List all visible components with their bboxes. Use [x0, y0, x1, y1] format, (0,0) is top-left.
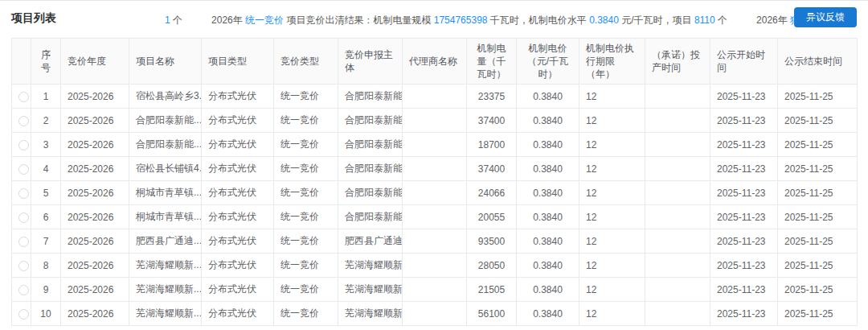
cell-project-type: 分布式光伏	[202, 109, 274, 133]
cell-applicant: 芜湖海耀顺新...	[338, 278, 403, 302]
cell-term: 12	[579, 181, 645, 205]
column-header-end-time: 公示结束时间	[778, 39, 858, 85]
cell-start-time: 2025-11-23	[710, 205, 778, 229]
cell-year: 2025-2026	[61, 85, 129, 109]
row-select-radio[interactable]	[18, 237, 29, 247]
cell-project-type: 分布式光伏	[202, 254, 274, 278]
cell-project-name: 宿松县高岭乡3...	[129, 85, 202, 109]
objection-feedback-button[interactable]: 异议反馈	[794, 7, 857, 27]
cell-price: 0.3840	[517, 254, 579, 278]
cell-agent	[403, 254, 467, 278]
column-header-start-time: 公示开始时间	[710, 39, 778, 85]
row-select-radio[interactable]	[18, 116, 29, 126]
column-header-price: 机制电价（元/千瓦时）	[517, 39, 579, 85]
table-row: 42025-2026宿松县长铺镇4...分布式光伏统一竞价合肥阳泰新能...37…	[12, 157, 858, 181]
column-header-bidding-type: 竞价类型	[274, 39, 338, 85]
cell-start-time: 2025-11-23	[710, 181, 778, 205]
cell-term: 12	[579, 254, 645, 278]
cell-production-time	[645, 109, 710, 133]
cell-term: 12	[579, 278, 645, 302]
cell-term: 12	[579, 229, 645, 254]
cell-seq: 6	[31, 205, 61, 229]
row-select-radio[interactable]	[18, 164, 29, 175]
row-select-radio[interactable]	[18, 309, 29, 320]
cell-price: 0.3840	[517, 181, 579, 205]
ticker-fragment-number: 1	[165, 14, 170, 26]
page-title: 项目列表	[11, 11, 56, 26]
cell-year: 2025-2026	[61, 205, 129, 229]
cell-energy: 23375	[467, 85, 517, 109]
cell-select	[12, 181, 31, 205]
cell-energy: 18700	[467, 133, 517, 157]
ticker-highlight: 1754765398	[434, 14, 488, 26]
cell-end-time: 2025-11-25	[778, 109, 858, 133]
cell-energy: 56100	[467, 302, 517, 326]
column-header-project-type: 项目类型	[202, 39, 274, 85]
cell-start-time: 2025-11-23	[710, 229, 778, 254]
cell-year: 2025-2026	[61, 157, 129, 181]
cell-seq: 4	[31, 157, 61, 181]
cell-select	[12, 302, 31, 326]
cell-agent	[403, 133, 467, 157]
ticker-text: 千瓦时，机制电价水平	[487, 14, 589, 26]
cell-end-time: 2025-11-25	[778, 157, 858, 181]
cell-bidding-type: 统一竞价	[274, 133, 338, 157]
cell-agent	[403, 205, 467, 229]
cell-year: 2025-2026	[61, 254, 129, 278]
cell-seq: 1	[31, 85, 61, 109]
cell-production-time	[645, 205, 710, 229]
row-select-radio[interactable]	[18, 92, 29, 102]
cell-project-type: 分布式光伏	[202, 205, 274, 229]
cell-year: 2025-2026	[61, 229, 129, 254]
row-select-radio[interactable]	[18, 261, 29, 271]
ticker-link[interactable]: 统一竞价	[245, 14, 284, 26]
cell-bidding-type: 统一竞价	[274, 205, 338, 229]
cell-bidding-type: 统一竞价	[274, 302, 338, 326]
cell-year: 2025-2026	[61, 181, 129, 205]
table-row: 52025-2026桐城市青草镇...分布式光伏统一竞价合肥阳泰新能...240…	[12, 181, 858, 205]
row-select-radio[interactable]	[18, 212, 29, 223]
row-select-radio[interactable]	[18, 188, 29, 199]
cell-project-name: 合肥阳泰新能...	[129, 109, 202, 133]
ticker-text: 2026年	[211, 14, 245, 26]
cell-agent	[403, 85, 467, 109]
cell-end-time: 2025-11-25	[778, 85, 858, 109]
cell-seq: 9	[31, 278, 61, 302]
row-select-radio[interactable]	[18, 285, 29, 295]
cell-term: 12	[579, 85, 645, 109]
cell-project-type: 分布式光伏	[202, 85, 274, 109]
cell-production-time	[645, 157, 710, 181]
cell-end-time: 2025-11-25	[778, 254, 858, 278]
ticker-text: 2026年	[756, 14, 790, 26]
column-header-applicant: 竞价申报主体	[338, 39, 403, 85]
cell-applicant: 肥西县广通迪...	[338, 229, 403, 254]
cell-select	[12, 254, 31, 278]
cell-price: 0.3840	[517, 229, 579, 254]
cell-start-time: 2025-11-23	[710, 278, 778, 302]
cell-bidding-type: 统一竞价	[274, 181, 338, 205]
cell-start-time: 2025-11-23	[710, 157, 778, 181]
cell-project-name: 芜湖海耀顺新...	[129, 254, 202, 278]
cell-start-time: 2025-11-23	[710, 254, 778, 278]
cell-year: 2025-2026	[61, 109, 129, 133]
cell-bidding-type: 统一竞价	[274, 85, 338, 109]
row-select-radio[interactable]	[18, 140, 29, 151]
cell-agent	[403, 302, 467, 326]
cell-agent	[403, 109, 467, 133]
ticker-text: 个	[715, 14, 727, 26]
table-row: 62025-2026桐城市青草镇...分布式光伏统一竞价合肥阳泰新能...200…	[12, 205, 858, 229]
cell-agent	[403, 181, 467, 205]
cell-production-time	[645, 85, 710, 109]
cell-project-name: 桐城市青草镇...	[129, 205, 202, 229]
ticker-highlight: 8110	[694, 14, 715, 26]
cell-energy: 37400	[467, 109, 517, 133]
cell-project-name: 肥西县广通迪...	[129, 229, 202, 254]
cell-project-name: 合肥阳泰新能...	[129, 133, 202, 157]
cell-seq: 10	[31, 302, 61, 326]
cell-price: 0.3840	[517, 133, 579, 157]
panel-header: 项目列表 1 个2026年 统一竞价 项目竞价出清结果：机制电量规模 17547…	[0, 1, 868, 38]
cell-term: 12	[579, 109, 645, 133]
cell-price: 0.3840	[517, 85, 579, 109]
project-table: 序号竞价年度项目名称项目类型竞价类型竞价申报主体代理商名称机制电量（千瓦时）机制…	[11, 38, 857, 326]
cell-production-time	[645, 133, 710, 157]
